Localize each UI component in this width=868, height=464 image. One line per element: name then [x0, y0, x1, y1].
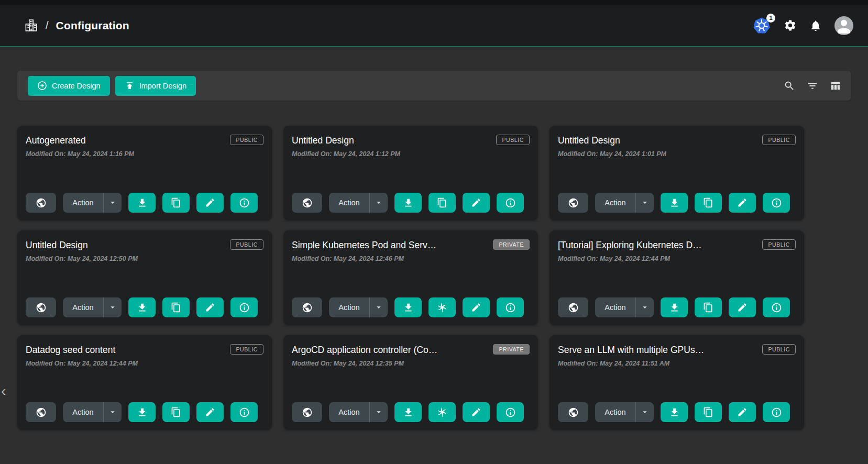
- clone-design-button[interactable]: [695, 402, 722, 422]
- download-design-button[interactable]: [661, 297, 688, 317]
- design-info-button[interactable]: [230, 297, 258, 317]
- copy-icon: [703, 197, 713, 208]
- sidebar-collapse-chevron[interactable]: ‹: [1, 384, 6, 399]
- visibility-globe-button[interactable]: [558, 297, 588, 317]
- design-info-button[interactable]: [763, 193, 790, 213]
- action-label: Action: [63, 408, 103, 416]
- user-avatar[interactable]: [834, 16, 853, 35]
- info-icon: [505, 197, 516, 208]
- action-split-button[interactable]: Action: [63, 297, 122, 317]
- clone-design-button[interactable]: [695, 297, 722, 317]
- clone-design-button[interactable]: [162, 193, 190, 213]
- settings-button[interactable]: [784, 19, 797, 32]
- action-dropdown-toggle[interactable]: [636, 303, 654, 312]
- edit-design-button[interactable]: [463, 193, 490, 213]
- table-view-button[interactable]: [830, 80, 841, 92]
- edit-design-button[interactable]: [196, 402, 224, 422]
- design-title: Autogenerated: [26, 134, 225, 146]
- import-upload-icon: [125, 81, 135, 91]
- pencil-icon: [205, 197, 215, 208]
- visibility-globe-button[interactable]: [558, 402, 588, 422]
- navbar-right-controls: 1: [753, 16, 853, 35]
- download-design-button[interactable]: [128, 193, 156, 213]
- action-dropdown-toggle[interactable]: [370, 303, 388, 312]
- edit-design-button[interactable]: [729, 193, 756, 213]
- create-design-button[interactable]: Create Design: [28, 76, 110, 96]
- pencil-icon: [471, 407, 481, 417]
- filter-button[interactable]: [807, 80, 818, 92]
- action-split-button[interactable]: Action: [63, 193, 122, 213]
- edit-design-button[interactable]: [196, 297, 224, 317]
- design-info-button[interactable]: [497, 193, 524, 213]
- download-design-button[interactable]: [128, 402, 156, 422]
- card-action-row: Action: [292, 193, 530, 213]
- toolbar-right-controls: [784, 80, 841, 92]
- clone-design-button[interactable]: [695, 193, 722, 213]
- designs-toolbar: Create Design Import Design: [17, 71, 851, 101]
- design-info-button[interactable]: [230, 193, 258, 213]
- action-dropdown-toggle[interactable]: [636, 198, 654, 207]
- download-design-button[interactable]: [394, 402, 422, 422]
- action-label: Action: [595, 408, 635, 416]
- edit-design-button[interactable]: [196, 193, 224, 213]
- kubernetes-context-icon[interactable]: 1: [753, 17, 771, 34]
- clone-design-button[interactable]: [428, 297, 456, 317]
- action-dropdown-toggle[interactable]: [636, 408, 654, 416]
- design-info-button[interactable]: [497, 402, 524, 422]
- action-dropdown-toggle[interactable]: [104, 303, 122, 312]
- visibility-globe-button[interactable]: [26, 402, 56, 422]
- design-title: Serve an LLM with multiple GPUs…: [558, 344, 757, 356]
- info-icon: [771, 197, 782, 208]
- action-dropdown-toggle[interactable]: [370, 408, 388, 416]
- design-title: Untitled Design: [558, 134, 757, 146]
- clone-design-button[interactable]: [162, 402, 190, 422]
- card-action-row: Action: [292, 297, 530, 317]
- download-icon: [403, 407, 414, 418]
- import-design-button[interactable]: Import Design: [115, 76, 196, 96]
- visibility-globe-button[interactable]: [26, 193, 56, 213]
- design-card: ArgoCD application controller (Co… PRIVA…: [283, 335, 538, 430]
- visibility-globe-button[interactable]: [26, 297, 56, 317]
- clone-design-button[interactable]: [428, 193, 456, 213]
- download-design-button[interactable]: [394, 297, 422, 317]
- action-dropdown-toggle[interactable]: [104, 198, 122, 207]
- download-design-button[interactable]: [394, 193, 422, 213]
- clone-design-button[interactable]: [162, 297, 190, 317]
- action-split-button[interactable]: Action: [595, 402, 654, 422]
- download-design-button[interactable]: [128, 297, 156, 317]
- download-design-button[interactable]: [661, 402, 688, 422]
- action-split-button[interactable]: Action: [595, 297, 654, 317]
- edit-design-button[interactable]: [463, 297, 490, 317]
- visibility-globe-button[interactable]: [292, 402, 322, 422]
- chevron-down-icon: [108, 198, 117, 207]
- notifications-button[interactable]: [809, 19, 822, 32]
- action-split-button[interactable]: Action: [595, 193, 654, 213]
- download-icon: [137, 197, 148, 208]
- search-button[interactable]: [784, 80, 795, 92]
- action-split-button[interactable]: Action: [329, 297, 388, 317]
- edit-design-button[interactable]: [729, 402, 756, 422]
- action-split-button[interactable]: Action: [63, 402, 122, 422]
- design-info-button[interactable]: [763, 297, 790, 317]
- action-dropdown-toggle[interactable]: [104, 408, 122, 416]
- visibility-globe-button[interactable]: [558, 193, 588, 213]
- action-split-button[interactable]: Action: [329, 402, 388, 422]
- design-info-button[interactable]: [497, 297, 524, 317]
- clone-design-button[interactable]: [428, 402, 456, 422]
- design-card: Simple Kubernetes Pod and Serv… PRIVATE …: [283, 230, 538, 325]
- action-dropdown-toggle[interactable]: [370, 198, 388, 207]
- design-info-button[interactable]: [763, 402, 790, 422]
- edit-design-button[interactable]: [729, 297, 756, 317]
- design-title: [Tutorial] Exploring Kubernetes D…: [558, 239, 757, 251]
- visibility-globe-button[interactable]: [292, 193, 322, 213]
- design-info-button[interactable]: [230, 402, 258, 422]
- action-split-button[interactable]: Action: [329, 193, 388, 213]
- organization-building-icon[interactable]: [24, 18, 38, 32]
- kanvas-spiral-icon: [436, 406, 448, 418]
- download-design-button[interactable]: [661, 193, 688, 213]
- breadcrumb: / Configuration: [24, 18, 129, 32]
- visibility-globe-button[interactable]: [292, 297, 322, 317]
- modified-timestamp: Modified On: May 24, 2024 11:51 AM: [558, 360, 796, 367]
- edit-design-button[interactable]: [463, 402, 490, 422]
- pencil-icon: [205, 407, 215, 417]
